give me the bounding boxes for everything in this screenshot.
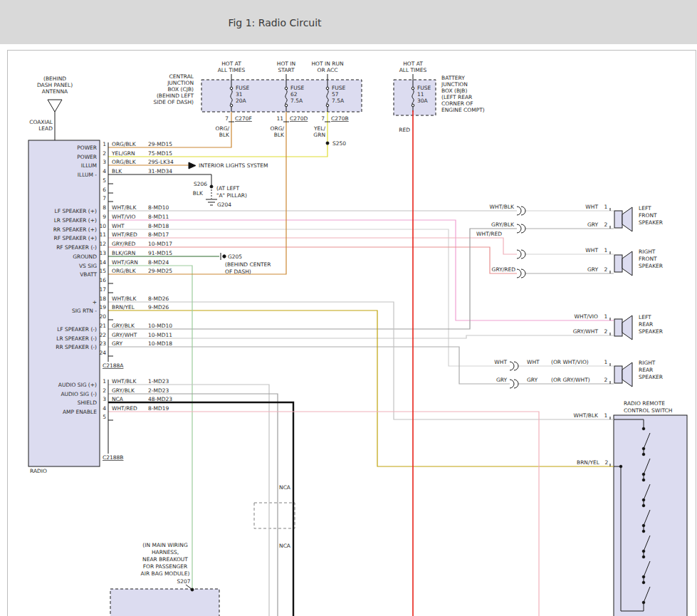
speaker-pin: 2 (604, 266, 608, 273)
speaker-name: LEFT (639, 314, 651, 320)
hot-label: HOT AT (221, 61, 241, 67)
radio-label: RADIO (30, 468, 47, 474)
hot-label: ALL TIMES (399, 67, 427, 73)
radio-pin-label: VS SIG (79, 263, 97, 269)
fuse-amps: 7.5A (290, 98, 303, 104)
wire-color-label: GRY (587, 221, 599, 228)
location-note: NEAR BREAKOUT (142, 556, 188, 563)
wire-color-label: GRY/RED (112, 241, 136, 247)
circuit-number: 8-MD24 (148, 259, 169, 266)
wire-color-label: WHT/GRN (112, 259, 138, 266)
speaker-name: FRONT (639, 212, 657, 219)
location-note: (BEHIND CENTER (225, 261, 271, 268)
speaker-name: LEFT (639, 205, 651, 212)
radio-pin-label: GROUND (73, 254, 97, 260)
wire-color-label: WHT (527, 359, 540, 365)
hot-label: ALL TIMES (218, 67, 246, 73)
cjb-label: SIDE OF DASH) (153, 99, 194, 105)
radio-pin-label: LF SPEAKER (+) (55, 208, 97, 214)
cjb-label: JUNCTION (167, 80, 194, 86)
figure-title: Fig 1: Radio Circuit (228, 17, 322, 28)
connector-pin: 11 (276, 115, 283, 122)
radio-pin-label: POWER (77, 145, 97, 151)
wire-color-label: ORG/ (271, 125, 285, 132)
circuit-number: 10-MD11 (148, 332, 172, 338)
wire-color-label: BLK/GRN (112, 250, 135, 256)
connector-link-c2188b[interactable]: C2188B (103, 454, 123, 461)
wire-color-label: GRY/RED (492, 266, 516, 273)
g205-dot (223, 255, 226, 258)
wire-color-label: BLK (274, 132, 285, 138)
wire-color-label: WHT/BLK (112, 204, 137, 211)
coax-label: COAXIAL (29, 119, 53, 125)
connector-pin: 7 (321, 115, 325, 122)
speaker-name: SPEAKER (639, 219, 663, 226)
wire-color-label: ORG/BLK (112, 159, 137, 165)
fuse-number: 62 (290, 91, 298, 98)
speaker-pin: 2 (604, 377, 608, 383)
wire-color-label: BLK (193, 190, 204, 197)
pin-number: 20 (99, 313, 106, 320)
fuse-amps: 30A (417, 98, 429, 104)
splice-label: S207 (177, 578, 190, 585)
connector-link-c2188a[interactable]: C2188A (103, 362, 124, 369)
radio-pin-label: ILLUM (81, 162, 97, 169)
radio-pin-label: ILLUM - (78, 172, 98, 178)
speaker-name: RIGHT (639, 360, 656, 366)
pin-number: 16 (99, 277, 106, 283)
radio-box (28, 140, 100, 466)
wire-color-label: GRY (587, 266, 599, 273)
speaker-name: FRONT (639, 256, 657, 262)
connector-link-c270f[interactable]: C270F (235, 115, 252, 122)
pin-number: 22 (99, 332, 106, 338)
wire-color-label: BRN/YEL (112, 304, 135, 310)
coax-label: LEAD (38, 125, 53, 132)
wire-color-label: GRY/WHT (112, 332, 137, 338)
location-note: HARNESS, (152, 549, 179, 555)
pin-number: 1 (103, 378, 106, 385)
hot-label: HOT IN RUN (311, 61, 343, 67)
circuit-number: 8-MD18 (148, 223, 169, 229)
circuit-number: 10-MD10 (148, 323, 172, 329)
wire-color-label: WHT/BLK (112, 296, 137, 302)
cjb-label: CENTRAL (169, 73, 194, 80)
fuse-name: FUSE (290, 85, 305, 91)
circuit-number: 48-MD23 (148, 396, 172, 402)
pin-number: 3 (103, 396, 106, 402)
circuit-number: 8-MD11 (148, 214, 169, 220)
remote-switch-box (614, 415, 687, 616)
pin-number: 4 (103, 168, 106, 174)
location-note: (AT LEFT (216, 185, 240, 192)
harness-module-box (110, 589, 219, 616)
wire-color-label: ORG/BLK (112, 268, 137, 274)
hot-label: HOT IN (277, 61, 295, 67)
pin-number: 6 (103, 187, 106, 193)
radio-circuit-diagram: Fig 1: Radio Circuit (0, 0, 697, 616)
radio-pin-label: + (93, 299, 97, 306)
speaker-name: SPEAKER (639, 374, 663, 380)
radio-pin-label: RR SPEAKER (-) (56, 344, 97, 350)
wire-color-label: RED (399, 127, 410, 133)
pin-number: 21 (99, 323, 106, 329)
connector-link-c270d[interactable]: C270D (290, 115, 308, 122)
radio-pin-label: AUDIO SIG (-) (61, 391, 97, 397)
circuit-number: 91-MD15 (148, 250, 172, 256)
remote-switch-name: RADIO REMOTE (624, 400, 665, 407)
speaker-name: SPEAKER (639, 328, 663, 335)
circuit-number: 10-MD17 (148, 241, 172, 247)
location-note: AIR BAG MODULE) (141, 570, 190, 577)
radio-pin-label: AUDIO SIG (+) (58, 382, 97, 388)
hot-label: OR ACC (318, 67, 338, 73)
pin-number: 5 (103, 177, 106, 184)
speaker-pin: 1 (604, 204, 608, 210)
interior-lights-label: INTERIOR LIGHTS SYSTEM (199, 162, 268, 169)
circuit-number: 29S-LK34 (148, 159, 174, 165)
fuse-number: 31 (236, 91, 243, 98)
wire-color-label: WHT/BLK (112, 378, 137, 385)
circuit-number: 8-MD26 (148, 296, 169, 302)
nca-label: NCA (279, 484, 291, 491)
connector-link-c270b[interactable]: C270B (331, 115, 349, 122)
wire-color-label: WHT/RED (112, 405, 137, 412)
ground-label: G204 (217, 202, 231, 208)
fuse-number: 11 (417, 91, 424, 98)
